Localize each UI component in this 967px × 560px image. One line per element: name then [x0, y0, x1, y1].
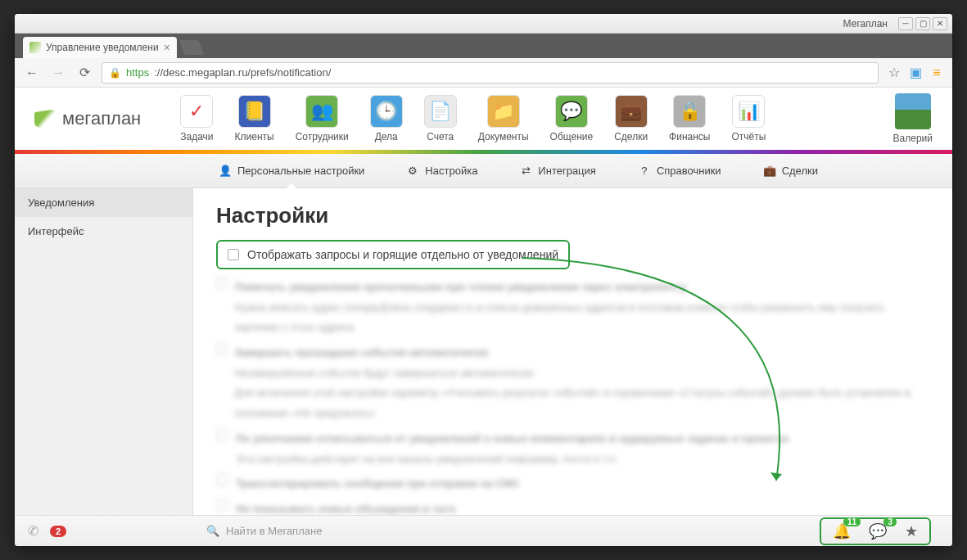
- window-titlebar: Мегаплан ─ ▢ ✕: [15, 14, 952, 34]
- nav-reload-button[interactable]: ⟳: [75, 64, 93, 82]
- subnav-icon: ⇄: [518, 164, 533, 178]
- footer-search[interactable]: 🔍 Найти в Мегаплане: [193, 525, 820, 537]
- nav-forward-button[interactable]: →: [49, 64, 67, 82]
- subnav-label: Персональные настройки: [237, 165, 364, 177]
- topnav-label: Общение: [550, 131, 594, 142]
- phone-icon[interactable]: ✆: [28, 523, 38, 539]
- blurred-settings-area: Помечать уведомления прочитанными при чт…: [216, 278, 929, 515]
- notifications-bell-button[interactable]: 🔔 11: [833, 522, 851, 540]
- topnav-item-2[interactable]: 👥Сотрудники: [296, 95, 349, 142]
- search-icon: 🔍: [206, 525, 219, 537]
- topnav-item-7[interactable]: 💼Сделки: [614, 95, 648, 142]
- subnav-icon: 💼: [762, 164, 777, 178]
- topnav-label: Сделки: [614, 131, 648, 142]
- calls-badge: 2: [50, 526, 66, 537]
- topnav-icon: ✓: [180, 95, 213, 128]
- sub-navigation: 👤Персональные настройки⚙Настройка⇄Интегр…: [15, 154, 952, 188]
- window-minimize-button[interactable]: ─: [898, 17, 913, 30]
- topnav-label: Сотрудники: [296, 131, 349, 142]
- topnav-icon: 💬: [555, 95, 588, 128]
- app-header: мегаплан ✓Задачи📒Клиенты👥Сотрудники🕒Дела…: [15, 88, 952, 150]
- subnav-icon: ?: [637, 164, 652, 178]
- topnav-icon: 🔒: [673, 95, 706, 128]
- window-maximize-button[interactable]: ▢: [915, 17, 930, 30]
- topnav-item-5[interactable]: 📁Документы: [478, 95, 529, 142]
- topnav-label: Документы: [478, 131, 529, 142]
- browser-tabbar: Управление уведомлени ×: [15, 34, 952, 58]
- new-tab-button[interactable]: [179, 40, 205, 55]
- subnav-item-4[interactable]: 💼Сделки: [754, 155, 826, 187]
- app-footer: ✆ 2 🔍 Найти в Мегаплане 🔔 11 💬 3 ★: [15, 515, 952, 546]
- topnav-label: Задачи: [180, 131, 213, 142]
- topnav-label: Отчёты: [731, 131, 766, 142]
- topnav-icon: 🕒: [370, 95, 403, 128]
- sidebar-item-1[interactable]: Интерфейс: [15, 217, 192, 246]
- topnav-item-4[interactable]: 📄Счета: [424, 95, 457, 142]
- sidebar-item-0[interactable]: Уведомления: [15, 188, 192, 217]
- search-placeholder: Найти в Мегаплане: [226, 525, 322, 537]
- topnav-icon: 👥: [305, 95, 338, 128]
- chat-badge: 3: [883, 517, 897, 526]
- topnav-icon: 📊: [732, 95, 765, 128]
- topnav-icon: 💼: [615, 95, 648, 128]
- setting-checkbox[interactable]: [228, 249, 239, 260]
- avatar: [895, 93, 931, 129]
- tab-favicon-icon: [29, 42, 41, 53]
- topnav-item-6[interactable]: 💬Общение: [550, 95, 594, 142]
- topnav-icon: 📒: [238, 95, 271, 128]
- subnav-item-1[interactable]: ⚙Настройка: [397, 155, 486, 187]
- topnav-item-0[interactable]: ✓Задачи: [180, 95, 213, 142]
- browser-toolbar: ← → ⟳ 🔒 https://desc.megaplan.ru/prefs/n…: [15, 58, 952, 88]
- subnav-icon: 👤: [218, 164, 233, 178]
- subnav-label: Интеграция: [538, 165, 596, 177]
- subnav-item-0[interactable]: 👤Персональные настройки: [210, 155, 373, 187]
- subnav-icon: ⚙: [405, 164, 420, 178]
- settings-sidebar: УведомленияИнтерфейс: [15, 188, 193, 515]
- nav-back-button[interactable]: ←: [23, 64, 41, 82]
- tab-title: Управление уведомлени: [46, 42, 159, 53]
- topnav-label: Финансы: [669, 131, 710, 142]
- app-logo[interactable]: мегаплан: [34, 108, 141, 129]
- topnav-item-9[interactable]: 📊Отчёты: [731, 95, 766, 142]
- panel-icon[interactable]: ▣: [908, 65, 923, 80]
- window-app-label: Мегаплан: [843, 18, 888, 29]
- page-title: Настройки: [216, 203, 929, 228]
- topnav-label: Счета: [427, 131, 454, 142]
- setting-label: Отображать запросы и горящие отдельно от…: [247, 248, 558, 261]
- subnav-label: Настройка: [425, 165, 477, 177]
- star-icon[interactable]: ☆: [887, 65, 901, 80]
- url-path: ://desc.megaplan.ru/prefs/notification/: [154, 66, 331, 79]
- subnav-label: Сделки: [782, 165, 818, 177]
- subnav-item-2[interactable]: ⇄Интеграция: [510, 155, 604, 187]
- url-protocol: https: [126, 66, 149, 79]
- bell-badge: 11: [843, 517, 861, 526]
- topnav-item-3[interactable]: 🕒Дела: [370, 95, 403, 142]
- favorites-button[interactable]: ★: [905, 522, 918, 540]
- logo-swoosh-icon: [34, 109, 57, 129]
- lock-icon: 🔒: [109, 67, 121, 79]
- topnav-label: Клиенты: [235, 131, 274, 142]
- tab-close-icon[interactable]: ×: [164, 41, 170, 54]
- footer-notifications-box: 🔔 11 💬 3 ★: [820, 517, 931, 545]
- topnav-icon: 📁: [487, 95, 520, 128]
- address-bar[interactable]: 🔒 https://desc.megaplan.ru/prefs/notific…: [102, 62, 879, 84]
- window-close-button[interactable]: ✕: [933, 17, 947, 30]
- main-content: Настройки Отображать запросы и горящие о…: [193, 188, 952, 515]
- menu-icon[interactable]: ≡: [929, 65, 944, 80]
- highlighted-setting-row[interactable]: Отображать запросы и горящие отдельно от…: [216, 240, 570, 269]
- topnav-icon: 📄: [424, 95, 457, 128]
- subnav-label: Справочники: [657, 165, 721, 177]
- user-name: Валерий: [893, 133, 933, 144]
- chat-button[interactable]: 💬 3: [869, 522, 887, 540]
- logo-text: мегаплан: [62, 108, 141, 129]
- star-icon: ★: [905, 522, 918, 540]
- subnav-item-3[interactable]: ?Справочники: [629, 155, 730, 187]
- browser-tab[interactable]: Управление уведомлени ×: [23, 37, 177, 58]
- user-menu[interactable]: Валерий: [893, 93, 933, 144]
- topnav-item-8[interactable]: 🔒Финансы: [669, 95, 710, 142]
- topnav-label: Дела: [375, 131, 398, 142]
- topnav-item-1[interactable]: 📒Клиенты: [235, 95, 274, 142]
